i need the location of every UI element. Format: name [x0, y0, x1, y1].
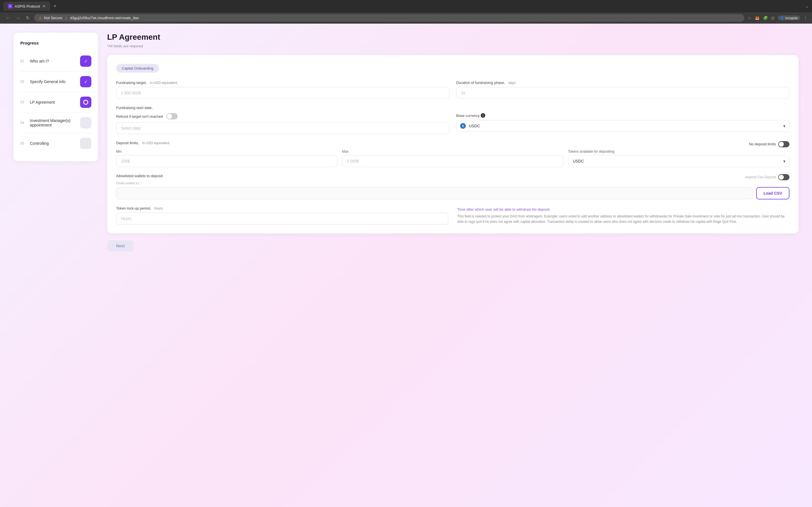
- address-bar: ← → ↻ ⚠ Not Secure | d3guj2x59uz7wi.clou…: [0, 12, 812, 24]
- step-left-4: 04 Investment Manager(s) appointment: [20, 118, 80, 127]
- incognito-label: Incognito: [785, 16, 798, 20]
- step-label-4: Investment Manager(s) appointment: [30, 118, 80, 127]
- step-icon-5: [80, 138, 91, 149]
- anyone-label: Anyone Can Deposit: [745, 175, 776, 179]
- step-number-1: 01: [20, 59, 26, 63]
- step-item-2[interactable]: 02 Specify General info ✓: [20, 71, 91, 92]
- base-currency-label: Base currency i: [456, 113, 790, 118]
- capital-onboarding-tab[interactable]: Capital Onboarding: [116, 64, 159, 73]
- tab-close-button[interactable]: ✕: [42, 4, 46, 8]
- base-currency-group: Base currency i $ USDC USDT DAI ▾: [456, 113, 790, 132]
- address-bar-icons: ☆ 🦊 🧩 ⊡ 👤 Incognito ⋮: [748, 15, 808, 20]
- allowlist-input-row: Load CSV: [116, 187, 790, 200]
- step-icon-1: ✓: [80, 55, 91, 67]
- step-label-3: LP Agreement: [30, 100, 55, 105]
- hint-title: Time after which user will be able to wi…: [457, 207, 790, 212]
- no-deposit-toggle[interactable]: [778, 141, 790, 147]
- allowlist-input[interactable]: [116, 187, 753, 199]
- anyone-can-deposit-row: Anyone Can Deposit: [745, 174, 790, 180]
- step-item-1[interactable]: 01 Who am I? ✓: [20, 51, 91, 71]
- forward-button[interactable]: →: [15, 14, 21, 22]
- load-csv-button[interactable]: Load CSV: [756, 187, 790, 200]
- step-label-2: Specify General info: [30, 79, 65, 84]
- tokens-select-wrapper: USDC USDT DAI ▾: [568, 155, 790, 167]
- active-circle-icon: [83, 100, 88, 105]
- base-currency-select-wrapper: $ USDC USDT DAI ▾: [456, 120, 790, 132]
- tab-title: ASPIS Protocol: [15, 4, 40, 8]
- step-item-3[interactable]: 03 LP Agreement: [20, 92, 91, 113]
- allowlist-section: Allowlisted wallets to deposit Anyone Ca…: [116, 174, 790, 200]
- duration-group: Duration of fundraising phase, days: [456, 80, 790, 99]
- progress-panel: Progress 01 Who am I? ✓ 02 Specify Gener…: [13, 33, 98, 161]
- step-icon-2: ✓: [80, 76, 91, 87]
- tab-favicon: A: [8, 4, 12, 8]
- bottom-area: Next: [107, 240, 799, 251]
- anyone-toggle[interactable]: [778, 174, 790, 180]
- allowlist-subdesc: Divide wallets by ',': [116, 181, 790, 185]
- step-icon-3: [80, 97, 91, 108]
- hint-text: This field is needed to protect your DAO…: [457, 214, 790, 224]
- deposit-max-input[interactable]: [342, 155, 563, 167]
- puzzle-icon[interactable]: 🧩: [763, 16, 768, 20]
- address-field[interactable]: ⚠ Not Secure | d3guj2x59uz7wi.cloudfront…: [34, 14, 744, 22]
- tokens-label: Tokens available for depositing: [568, 150, 790, 154]
- fundraising-target-input[interactable]: [116, 87, 449, 99]
- deposit-header: Deposit limits, in USD equivalent No dep…: [116, 141, 790, 147]
- security-label: Not Secure: [44, 16, 62, 20]
- step-left-3: 03 LP Agreement: [20, 100, 55, 105]
- back-button[interactable]: ←: [4, 14, 11, 22]
- token-lock-input[interactable]: [116, 213, 448, 224]
- deposit-limits-section: Deposit limits, in USD equivalent No dep…: [116, 141, 790, 167]
- row-date-currency: Refund if target isn't reached Base curr…: [116, 113, 790, 134]
- required-note: *All fields are required: [107, 44, 799, 48]
- deposit-min-col: Min: [116, 150, 338, 167]
- step-number-2: 02: [20, 80, 26, 83]
- check-icon-2: ✓: [84, 79, 88, 84]
- incognito-avatar: 👤: [780, 16, 784, 20]
- token-lock-section: Token lock-up period, hours Time after w…: [116, 206, 790, 224]
- step-label-1: Who am I?: [30, 59, 49, 63]
- tokens-select[interactable]: USDC USDT DAI: [568, 155, 790, 167]
- step-number-4: 04: [20, 121, 26, 125]
- tokens-col: Tokens available for depositing USDC USD…: [568, 150, 790, 167]
- no-deposit-toggle-row: No deposit limits: [749, 141, 790, 147]
- step-label-5: Controlling: [30, 141, 49, 146]
- duration-label: Duration of fundraising phase, days: [456, 80, 790, 85]
- check-icon-1: ✓: [84, 59, 88, 64]
- step-item-5[interactable]: 05 Controlling: [20, 133, 91, 154]
- window-controls: ⌄: [805, 4, 809, 8]
- next-button[interactable]: Next: [107, 240, 134, 251]
- deposit-inputs-row: Min Max Tokens available for depositing …: [116, 150, 790, 167]
- date-group: Refund if target isn't reached: [116, 113, 449, 134]
- deposit-min-input[interactable]: [116, 155, 338, 167]
- token-lock-right: Time after which user will be able to wi…: [457, 206, 790, 224]
- deposit-limits-label: Deposit limits, in USD equivalent: [116, 141, 169, 145]
- step-left-1: 01 Who am I?: [20, 59, 49, 63]
- form-card: Capital Onboarding Fundraising target, i…: [107, 55, 799, 233]
- row-fundraising-duration: Fundraising target, in USD equivalent Du…: [116, 80, 790, 99]
- refund-label: Refund if target isn't reached: [116, 114, 163, 119]
- deposit-max-col: Max: [342, 150, 563, 167]
- browser-tab[interactable]: A ASPIS Protocol ✕: [3, 2, 50, 11]
- duration-input[interactable]: [456, 87, 790, 99]
- fundraising-target-label: Fundraising target, in USD equivalent: [116, 80, 449, 85]
- allowlist-header: Allowlisted wallets to deposit Anyone Ca…: [116, 174, 790, 180]
- window-icon[interactable]: ⊡: [771, 16, 774, 20]
- fundraising-target-group: Fundraising target, in USD equivalent: [116, 80, 449, 99]
- star-icon[interactable]: ☆: [748, 16, 751, 20]
- refresh-button[interactable]: ↻: [25, 14, 31, 22]
- no-deposit-label: No deposit limits: [749, 142, 776, 146]
- base-currency-select[interactable]: USDC USDT DAI: [456, 120, 790, 132]
- page-content: Progress 01 Who am I? ✓ 02 Specify Gener…: [0, 24, 812, 507]
- menu-button[interactable]: ⋮: [804, 16, 808, 20]
- new-tab-button[interactable]: +: [54, 3, 57, 9]
- main-area: LP Agreement *All fields are required Ca…: [107, 33, 799, 498]
- step-number-5: 05: [20, 142, 26, 145]
- refund-toggle[interactable]: [166, 113, 177, 119]
- incognito-badge: 👤 Incognito: [778, 15, 800, 20]
- date-input[interactable]: [116, 122, 449, 134]
- usdc-icon: $: [460, 123, 466, 129]
- step-item-4[interactable]: 04 Investment Manager(s) appointment: [20, 113, 91, 133]
- base-currency-info-icon[interactable]: i: [481, 113, 485, 118]
- metamask-icon[interactable]: 🦊: [755, 16, 760, 20]
